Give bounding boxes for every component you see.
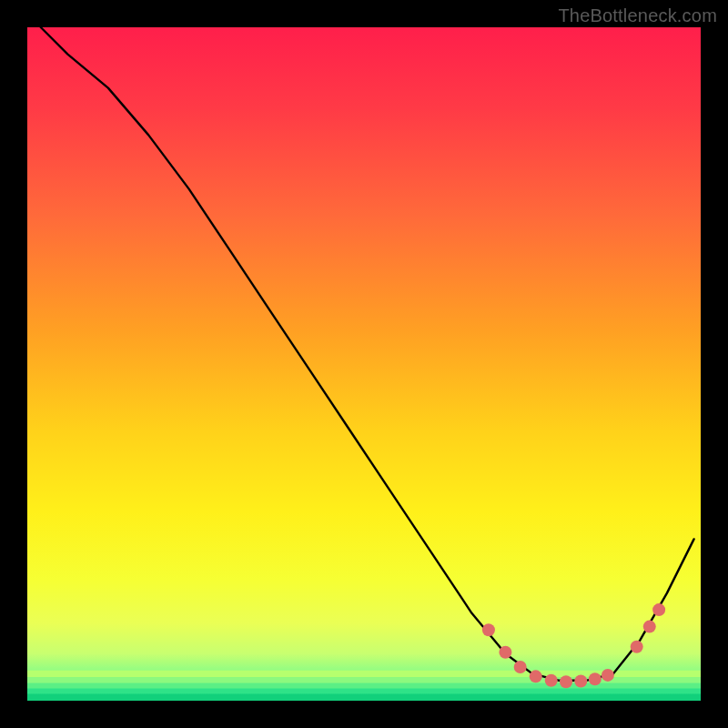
chart-plot-area	[27, 27, 701, 701]
curve-marker	[602, 669, 614, 682]
curve-marker	[482, 623, 495, 636]
curve-marker	[589, 672, 602, 685]
curve-marker	[643, 621, 656, 633]
chart-svg	[0, 0, 728, 728]
curve-marker	[514, 661, 527, 673]
chart-stage: TheBottleneck.com	[0, 0, 728, 728]
curve-marker	[545, 674, 558, 687]
curve-marker	[499, 646, 511, 659]
curve-marker	[652, 603, 665, 616]
curve-marker	[631, 641, 643, 653]
gradient-band	[27, 683, 701, 689]
gradient-band	[27, 694, 701, 701]
curve-marker	[530, 670, 542, 682]
gradient-band	[27, 689, 701, 694]
curve-marker	[560, 675, 572, 688]
watermark-text: TheBottleneck.com	[558, 5, 717, 26]
curve-marker	[574, 675, 587, 688]
